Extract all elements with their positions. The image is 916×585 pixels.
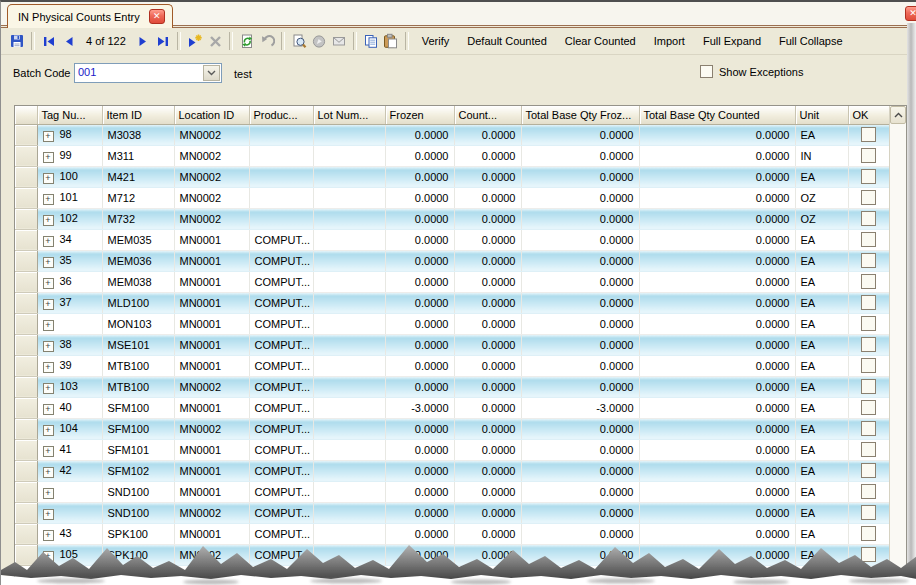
cell-product[interactable]: COMPUT... bbox=[249, 313, 313, 334]
row-selector[interactable] bbox=[15, 376, 37, 397]
cell-tag-number[interactable]: +43 bbox=[37, 523, 102, 544]
table-row[interactable]: +105SPK100MN0002COMPUT...0.00000.00000.0… bbox=[15, 544, 889, 565]
cell-unit[interactable]: OZ bbox=[795, 187, 848, 208]
row-selector[interactable] bbox=[15, 250, 37, 271]
cell-tag-number[interactable]: +98 bbox=[37, 124, 102, 145]
ok-checkbox[interactable] bbox=[861, 526, 876, 541]
expand-icon[interactable]: + bbox=[43, 362, 54, 373]
table-row[interactable]: +38MSE101MN0001COMPUT...0.00000.00000.00… bbox=[15, 334, 889, 355]
cell-location[interactable]: MN0001 bbox=[174, 334, 249, 355]
cell-total-frozen[interactable]: 0.0000 bbox=[521, 166, 639, 187]
table-row[interactable]: +39MTB100MN0001COMPUT...0.00000.00000.00… bbox=[15, 355, 889, 376]
cell-item[interactable]: SFM101 bbox=[102, 439, 174, 460]
table-row[interactable]: +SND100MN0002COMPUT...0.00000.00000.0000… bbox=[15, 502, 889, 523]
cell-unit[interactable]: EA bbox=[795, 355, 848, 376]
row-selector[interactable] bbox=[15, 481, 37, 502]
cell-tag-number[interactable]: +99 bbox=[37, 145, 102, 166]
cell-lot[interactable] bbox=[313, 439, 385, 460]
expand-icon[interactable]: + bbox=[43, 404, 54, 415]
cell-total-counted[interactable]: 0.0000 bbox=[639, 376, 795, 397]
cell-lot[interactable] bbox=[313, 271, 385, 292]
table-row[interactable]: +37MLD100MN0001COMPUT...0.00000.00000.00… bbox=[15, 292, 889, 313]
cell-frozen[interactable]: 0.0000 bbox=[385, 460, 454, 481]
expand-icon[interactable]: + bbox=[43, 257, 54, 268]
cell-frozen[interactable]: 0.0000 bbox=[385, 166, 454, 187]
cell-counted[interactable]: 0.0000 bbox=[454, 397, 521, 418]
cell-frozen[interactable]: 0.0000 bbox=[385, 229, 454, 250]
vertical-scrollbar[interactable] bbox=[889, 106, 906, 584]
cell-lot[interactable] bbox=[313, 166, 385, 187]
new-record-button[interactable] bbox=[185, 31, 205, 51]
cell-product[interactable] bbox=[249, 145, 313, 166]
cell-counted[interactable]: 0.0000 bbox=[454, 481, 521, 502]
cell-unit[interactable]: EA bbox=[795, 229, 848, 250]
cell-counted[interactable]: 0.0000 bbox=[454, 124, 521, 145]
cell-frozen[interactable]: 0.0000 bbox=[385, 292, 454, 313]
cell-ok[interactable] bbox=[848, 460, 889, 481]
cell-item[interactable]: MEM038 bbox=[102, 271, 174, 292]
cell-location[interactable]: MN0001 bbox=[174, 355, 249, 376]
expand-icon[interactable]: + bbox=[43, 551, 54, 562]
copy-button[interactable] bbox=[361, 31, 381, 51]
ok-checkbox[interactable] bbox=[861, 190, 876, 205]
cell-ok[interactable] bbox=[848, 334, 889, 355]
cell-item[interactable]: MON103 bbox=[102, 313, 174, 334]
cell-total-counted[interactable]: 0.0000 bbox=[639, 229, 795, 250]
cell-product[interactable]: COMPUT... bbox=[249, 292, 313, 313]
cell-tag-number[interactable]: +40 bbox=[37, 397, 102, 418]
column-header-0[interactable] bbox=[15, 106, 37, 124]
cell-product[interactable]: COMPUT... bbox=[249, 229, 313, 250]
tab-in-physical-counts-entry[interactable]: IN Physical Counts Entry ✕ bbox=[7, 4, 173, 28]
cell-ok[interactable] bbox=[848, 271, 889, 292]
cell-product[interactable] bbox=[249, 208, 313, 229]
table-row[interactable]: +36MEM038MN0001COMPUT...0.00000.00000.00… bbox=[15, 271, 889, 292]
cell-total-counted[interactable]: 0.0000 bbox=[639, 187, 795, 208]
cell-lot[interactable] bbox=[313, 124, 385, 145]
cell-unit[interactable]: EA bbox=[795, 397, 848, 418]
cell-ok[interactable] bbox=[848, 355, 889, 376]
cell-item[interactable]: MTB100 bbox=[102, 355, 174, 376]
cell-tag-number[interactable]: +36 bbox=[37, 271, 102, 292]
cell-location[interactable]: MN0002 bbox=[174, 187, 249, 208]
cell-counted[interactable]: 0.0000 bbox=[454, 502, 521, 523]
cell-product[interactable] bbox=[249, 187, 313, 208]
cell-product[interactable] bbox=[249, 166, 313, 187]
cell-total-counted[interactable]: 0.0000 bbox=[639, 355, 795, 376]
row-selector[interactable] bbox=[15, 208, 37, 229]
previous-record-button[interactable] bbox=[59, 31, 79, 51]
table-row[interactable]: +40SFM100MN0001COMPUT...-3.00000.0000-3.… bbox=[15, 397, 889, 418]
cell-unit[interactable]: EA bbox=[795, 523, 848, 544]
cell-ok[interactable] bbox=[848, 145, 889, 166]
expand-icon[interactable]: + bbox=[43, 467, 54, 478]
expand-icon[interactable]: + bbox=[43, 236, 54, 247]
cell-tag-number[interactable]: +100 bbox=[37, 166, 102, 187]
cell-location[interactable]: MN0002 bbox=[174, 502, 249, 523]
cell-item[interactable]: M3038 bbox=[102, 124, 174, 145]
cell-total-counted[interactable]: 0.0000 bbox=[639, 481, 795, 502]
cell-counted[interactable]: 0.0000 bbox=[454, 292, 521, 313]
email-button[interactable] bbox=[329, 31, 349, 51]
cell-counted[interactable]: 0.0000 bbox=[454, 376, 521, 397]
ok-checkbox[interactable] bbox=[861, 337, 876, 352]
cell-lot[interactable] bbox=[313, 544, 385, 565]
cell-unit[interactable]: EA bbox=[795, 502, 848, 523]
cell-total-frozen[interactable]: 0.0000 bbox=[521, 481, 639, 502]
table-row[interactable]: +35MEM036MN0001COMPUT...0.00000.00000.00… bbox=[15, 250, 889, 271]
cell-total-counted[interactable]: 0.0000 bbox=[639, 124, 795, 145]
cell-total-frozen[interactable]: 0.0000 bbox=[521, 460, 639, 481]
row-selector[interactable] bbox=[15, 229, 37, 250]
cell-tag-number[interactable]: +39 bbox=[37, 355, 102, 376]
cell-location[interactable]: MN0001 bbox=[174, 250, 249, 271]
cell-tag-number[interactable]: + bbox=[37, 313, 102, 334]
cell-tag-number[interactable]: +101 bbox=[37, 187, 102, 208]
cell-lot[interactable] bbox=[313, 376, 385, 397]
column-header-3[interactable]: Location ID bbox=[174, 106, 249, 124]
cell-counted[interactable]: 0.0000 bbox=[454, 418, 521, 439]
cell-total-frozen[interactable]: 0.0000 bbox=[521, 523, 639, 544]
cell-product[interactable]: COMPUT... bbox=[249, 376, 313, 397]
ok-checkbox[interactable] bbox=[861, 484, 876, 499]
cell-counted[interactable]: 0.0000 bbox=[454, 439, 521, 460]
column-header-7[interactable]: Count... bbox=[454, 106, 521, 124]
ok-checkbox[interactable] bbox=[861, 295, 876, 310]
cell-lot[interactable] bbox=[313, 229, 385, 250]
